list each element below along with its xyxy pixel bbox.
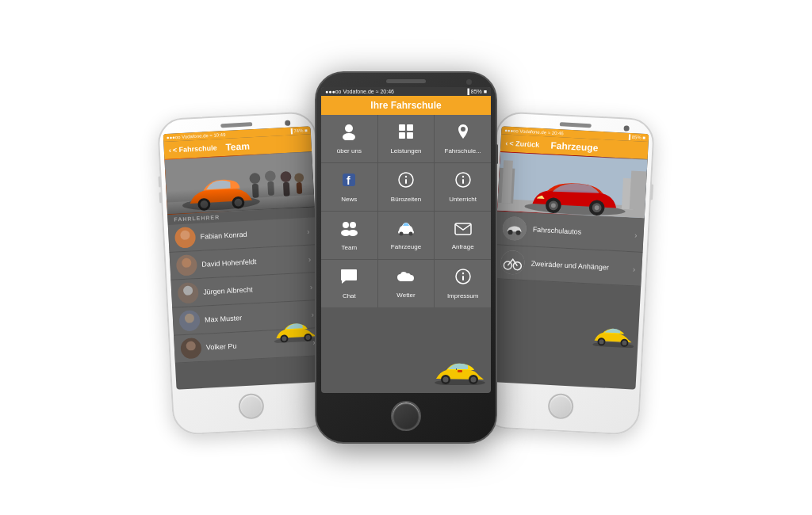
fahrzeuge-list: Fahrschulautos › Zweiräder und Anhänger … xyxy=(493,211,644,287)
car-icon xyxy=(396,220,416,240)
menu-item-news[interactable]: f News xyxy=(321,163,377,211)
power-button-center xyxy=(496,144,498,164)
right-phone: ●●●oo Vodafone.de ≈ 20:46 ▐ 85% ■ ‹ < Zu… xyxy=(481,111,656,436)
svg-text:f: f xyxy=(347,174,350,187)
svg-point-5 xyxy=(232,196,244,208)
menu-item-chat[interactable]: Chat xyxy=(321,260,377,307)
chevron-left-icon: ‹ xyxy=(169,147,172,154)
menu-label-unterricht: Unterricht xyxy=(449,196,477,203)
home-button-center[interactable] xyxy=(391,401,421,431)
volume-up-button xyxy=(158,176,161,187)
svg-rect-34 xyxy=(399,132,405,139)
svg-rect-14 xyxy=(297,182,303,194)
menu-label-news: News xyxy=(341,196,357,203)
menu-item-fahrschule[interactable]: Fahrschule... xyxy=(435,115,491,162)
svg-point-31 xyxy=(343,133,355,140)
svg-point-51 xyxy=(408,232,412,236)
menu-label-leistungen: Leistungen xyxy=(390,147,421,154)
svg-point-23 xyxy=(186,341,196,351)
svg-point-40 xyxy=(405,176,407,177)
yellow-car-decoration-center xyxy=(432,357,488,388)
camera xyxy=(285,120,290,126)
menu-item-wetter[interactable]: Wetter xyxy=(378,260,435,307)
svg-rect-62 xyxy=(458,370,462,372)
menu-label-anfrage: Anfrage xyxy=(452,243,474,250)
svg-point-15 xyxy=(180,231,190,241)
volume-down-button xyxy=(159,192,163,203)
svg-point-48 xyxy=(348,230,358,236)
svg-point-20 xyxy=(181,295,196,303)
menu-item-anfrage[interactable]: Anfrage xyxy=(435,212,491,259)
info-circle3-icon xyxy=(454,268,472,289)
phone-bottom-right xyxy=(547,385,575,431)
cloud-icon xyxy=(396,269,416,288)
menu-label-fahrzeuge: Fahrzeuge xyxy=(391,243,421,250)
team-photo-svg xyxy=(164,151,314,215)
svg-point-43 xyxy=(462,176,463,177)
svg-rect-41 xyxy=(405,179,407,184)
svg-point-6 xyxy=(234,199,242,207)
menu-label-team: Team xyxy=(342,244,358,251)
menu-item-burozeiten[interactable]: Bürozeiten xyxy=(378,163,435,211)
svg-point-18 xyxy=(180,267,195,276)
status-right-right-text: ▐ 85% ■ xyxy=(627,135,646,140)
menu-label-chat: Chat xyxy=(343,292,356,299)
red-car-svg xyxy=(497,151,648,219)
center-header-title: Ihre Fahrschule xyxy=(321,96,491,115)
home-button-left[interactable] xyxy=(238,393,265,420)
svg-rect-52 xyxy=(455,223,471,235)
left-screen: ●●●oo Vodafone.de ≈ 10:49 ▐ 74% ■ ‹ < Fa… xyxy=(163,126,324,389)
menu-item-leistungen[interactable]: Leistungen xyxy=(378,115,435,162)
menu-label-uber-uns: über uns xyxy=(337,147,362,154)
menu-label-impressum: Impressum xyxy=(447,292,479,299)
avatar-max xyxy=(178,310,200,331)
menu-item-fahrzeuge[interactable]: Fahrzeuge xyxy=(378,212,435,259)
chat-bubble-icon xyxy=(339,268,358,289)
phone-bottom-left xyxy=(238,385,266,431)
left-phone: ●●●oo Vodafone.de ≈ 10:49 ▐ 74% ■ ‹ < Fa… xyxy=(157,111,332,436)
menu-item-uber-uns[interactable]: über uns xyxy=(321,115,377,162)
svg-point-59 xyxy=(443,377,449,383)
svg-rect-32 xyxy=(399,124,405,131)
camera-right xyxy=(623,125,629,131)
menu-item-unterricht[interactable]: Unterricht xyxy=(435,163,491,211)
back-button-right[interactable]: ‹ < Zurück xyxy=(505,139,539,149)
svg-point-54 xyxy=(462,273,463,274)
svg-rect-0 xyxy=(164,152,314,214)
status-right-text: ▐ 74% ■ xyxy=(289,128,308,134)
yellow-car-decoration-left xyxy=(271,317,320,346)
svg-point-50 xyxy=(399,232,403,236)
svg-point-3 xyxy=(197,198,210,211)
menu-label-burozeiten: Bürozeiten xyxy=(391,196,421,203)
center-screen: ●●●oo Vodafone.de ≈ 20:46 ▐ 85% ■ Ihre F… xyxy=(321,87,491,393)
svg-point-17 xyxy=(182,258,192,268)
svg-point-24 xyxy=(184,350,199,359)
team-icon xyxy=(339,219,358,241)
chevron-right-icon: › xyxy=(307,227,310,235)
home-button-right[interactable] xyxy=(547,393,574,420)
thumb-fahrschulautos xyxy=(502,216,527,242)
speaker xyxy=(220,122,252,128)
chevron-right-zweirad: › xyxy=(633,265,636,273)
fahrzeuge-header-image xyxy=(497,151,648,219)
svg-rect-12 xyxy=(283,182,290,196)
back-button-left[interactable]: ‹ < Fahrschule xyxy=(169,144,217,154)
thumb-zweirad xyxy=(500,250,526,276)
menu-item-team[interactable]: Team xyxy=(321,212,377,259)
chevron-right-fahrschulautos: › xyxy=(634,231,638,239)
avatar-volker xyxy=(180,338,201,359)
menu-item-impressum[interactable]: Impressum xyxy=(435,260,491,307)
grid-icon xyxy=(397,123,415,144)
center-phone: ●●●oo Vodafone.de ≈ 20:46 ▐ 85% ■ Ihre F… xyxy=(315,71,497,444)
phone-top-bar-center xyxy=(316,73,496,87)
nav-back-right: < Zurück xyxy=(509,139,539,149)
svg-rect-57 xyxy=(456,368,457,370)
list-item-zweirad[interactable]: Zweiräder und Anhänger › xyxy=(493,245,642,287)
nav-title-left: Team xyxy=(225,140,250,153)
menu-label-wetter: Wetter xyxy=(396,292,415,299)
svg-point-4 xyxy=(200,200,208,208)
svg-rect-75 xyxy=(630,170,647,210)
yellow-car-decoration-right xyxy=(590,322,638,352)
menu-grid: über uns Leistungen xyxy=(321,115,491,307)
speaker-center xyxy=(386,79,426,83)
